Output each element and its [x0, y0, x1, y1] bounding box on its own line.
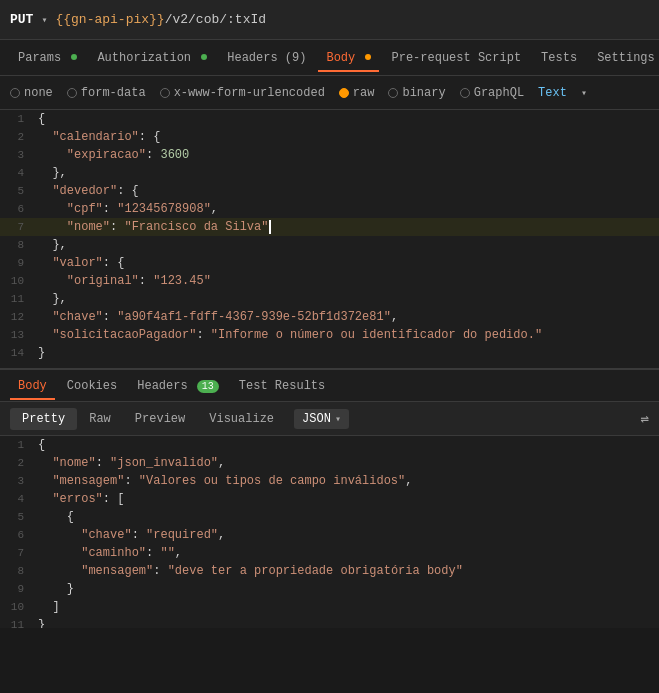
resp-line-9: 9 }	[0, 580, 659, 598]
code-line-1: 1 {	[0, 110, 659, 128]
url-path: /v2/cob/:txId	[165, 12, 266, 27]
params-dot	[71, 54, 77, 60]
resp-tab-test-results[interactable]: Test Results	[231, 373, 333, 399]
code-line-5: 5 "devedor": {	[0, 182, 659, 200]
resp-line-11: 11 }	[0, 616, 659, 628]
text-type-selector[interactable]: Text	[538, 86, 567, 100]
body-type-raw[interactable]: raw	[339, 86, 375, 100]
body-dot	[365, 54, 371, 60]
radio-formdata	[67, 88, 77, 98]
code-line-8: 8 },	[0, 236, 659, 254]
auth-dot	[201, 54, 207, 60]
radio-urlencoded	[160, 88, 170, 98]
radio-none	[10, 88, 20, 98]
resp-line-3: 3 "mensagem": "Valores ou tipos de campo…	[0, 472, 659, 490]
json-label: JSON	[302, 412, 331, 426]
fmt-tab-visualize[interactable]: Visualize	[197, 408, 286, 430]
radio-graphql	[460, 88, 470, 98]
body-type-binary[interactable]: binary	[388, 86, 445, 100]
resp-line-8: 8 "mensagem": "deve ter a propriedade ob…	[0, 562, 659, 580]
resp-line-10: 10 ]	[0, 598, 659, 616]
code-line-4: 4 },	[0, 164, 659, 182]
resp-tab-body[interactable]: Body	[10, 373, 55, 399]
resp-tab-cookies[interactable]: Cookies	[59, 373, 125, 399]
text-cursor	[269, 220, 271, 234]
method-dropdown-arrow[interactable]: ▾	[41, 14, 47, 26]
code-line-10: 10 "original": "123.45"	[0, 272, 659, 290]
url-field[interactable]: {{gn-api-pix}}/v2/cob/:txId	[55, 12, 266, 27]
code-line-3: 3 "expiracao": 3600	[0, 146, 659, 164]
code-line-12: 12 "chave": "a90f4af1-fdff-4367-939e-52b…	[0, 308, 659, 326]
radio-raw	[339, 88, 349, 98]
tab-settings[interactable]: Settings	[589, 45, 659, 71]
response-nav-tabs: Body Cookies Headers 13 Test Results	[0, 368, 659, 402]
tab-params[interactable]: Params	[10, 45, 85, 71]
resp-line-1: 1 {	[0, 436, 659, 454]
method-label: PUT	[10, 12, 33, 27]
format-bar: Pretty Raw Preview Visualize JSON ▾ ⇌	[0, 402, 659, 436]
code-line-6: 6 "cpf": "12345678908",	[0, 200, 659, 218]
body-type-urlencoded[interactable]: x-www-form-urlencoded	[160, 86, 325, 100]
tab-prescript[interactable]: Pre-request Script	[383, 45, 529, 71]
tab-body[interactable]: Body	[318, 45, 379, 71]
text-type-arrow[interactable]: ▾	[581, 87, 587, 99]
headers-badge: 13	[197, 380, 219, 393]
body-type-none[interactable]: none	[10, 86, 53, 100]
fmt-tab-preview[interactable]: Preview	[123, 408, 197, 430]
tab-authorization[interactable]: Authorization	[89, 45, 215, 71]
url-highlight: {{gn-api-pix}}	[55, 12, 164, 27]
filter-icon[interactable]: ⇌	[641, 410, 649, 427]
json-arrow-icon: ▾	[335, 413, 341, 425]
body-type-selector: none form-data x-www-form-urlencoded raw…	[0, 76, 659, 110]
request-nav-tabs: Params Authorization Headers (9) Body Pr…	[0, 40, 659, 76]
resp-line-6: 6 "chave": "required",	[0, 526, 659, 544]
tab-headers[interactable]: Headers (9)	[219, 45, 314, 71]
request-code-editor[interactable]: 1 { 2 "calendario": { 3 "expiracao": 360…	[0, 110, 659, 368]
resp-line-2: 2 "nome": "json_invalido",	[0, 454, 659, 472]
url-bar: PUT ▾ {{gn-api-pix}}/v2/cob/:txId	[0, 0, 659, 40]
resp-line-5: 5 {	[0, 508, 659, 526]
resp-line-7: 7 "caminho": "",	[0, 544, 659, 562]
json-format-selector[interactable]: JSON ▾	[294, 409, 349, 429]
code-line-14: 14 }	[0, 344, 659, 362]
code-line-7: 7 "nome": "Francisco da Silva"	[0, 218, 659, 236]
code-line-13: 13 "solicitacaoPagador": "Informe o núme…	[0, 326, 659, 344]
response-code-viewer: 1 { 2 "nome": "json_invalido", 3 "mensag…	[0, 436, 659, 628]
resp-line-4: 4 "erros": [	[0, 490, 659, 508]
code-line-2: 2 "calendario": {	[0, 128, 659, 146]
code-line-11: 11 },	[0, 290, 659, 308]
fmt-tab-raw[interactable]: Raw	[77, 408, 123, 430]
fmt-tab-pretty[interactable]: Pretty	[10, 408, 77, 430]
code-line-9: 9 "valor": {	[0, 254, 659, 272]
resp-tab-headers[interactable]: Headers 13	[129, 373, 227, 399]
radio-binary	[388, 88, 398, 98]
body-type-graphql[interactable]: GraphQL	[460, 86, 524, 100]
tab-tests[interactable]: Tests	[533, 45, 585, 71]
body-type-formdata[interactable]: form-data	[67, 86, 146, 100]
